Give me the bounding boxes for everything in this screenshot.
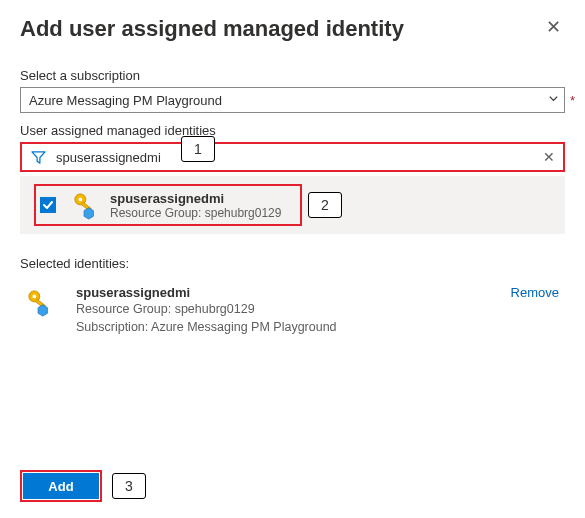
selected-name: spuserassignedmi xyxy=(76,285,337,300)
managed-identity-icon xyxy=(24,287,54,317)
filter-icon xyxy=(22,150,54,165)
identity-result-row[interactable]: spuserassignedmi Resource Group: spehubr… xyxy=(20,176,565,234)
selected-resource-group: Resource Group: spehubrg0129 xyxy=(76,300,337,318)
subscription-select[interactable]: Azure Messaging PM Playground xyxy=(20,87,565,113)
identities-label: User assigned managed identities xyxy=(20,123,565,138)
clear-icon[interactable]: ✕ xyxy=(535,149,563,165)
callout-2: 2 xyxy=(308,192,342,218)
close-icon[interactable]: ✕ xyxy=(542,16,565,38)
page-title: Add user assigned managed identity xyxy=(20,16,404,42)
filter-input[interactable]: spuserassignedmi xyxy=(54,150,535,165)
remove-link[interactable]: Remove xyxy=(511,285,565,300)
selected-subscription: Subscription: Azure Messaging PM Playgro… xyxy=(76,318,337,336)
subscription-label: Select a subscription xyxy=(20,68,565,83)
result-name: spuserassignedmi xyxy=(110,191,281,206)
svg-point-5 xyxy=(32,295,36,299)
callout-1: 1 xyxy=(181,136,215,162)
managed-identity-icon xyxy=(70,190,100,220)
selected-identity-row: spuserassignedmi Resource Group: spehubr… xyxy=(20,285,565,336)
subscription-value: Azure Messaging PM Playground xyxy=(29,93,222,108)
checkbox-checked-icon[interactable] xyxy=(40,197,56,213)
callout-3: 3 xyxy=(112,473,146,499)
required-indicator: * xyxy=(570,93,575,108)
selected-section-label: Selected identities: xyxy=(20,256,565,271)
result-resource-group: Resource Group: spehubrg0129 xyxy=(110,206,281,220)
filter-input-row[interactable]: spuserassignedmi ✕ 1 xyxy=(20,142,565,172)
svg-point-1 xyxy=(78,198,82,202)
add-button[interactable]: Add xyxy=(23,473,99,499)
